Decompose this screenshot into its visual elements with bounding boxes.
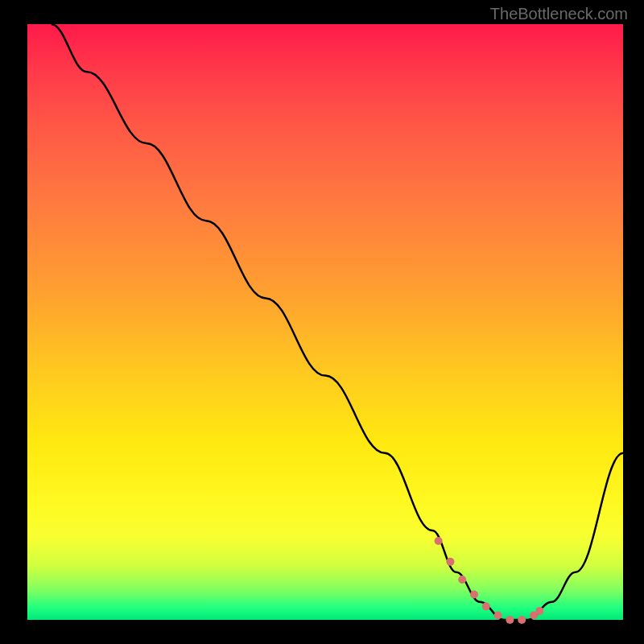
watermark-text: TheBottleneck.com <box>490 5 628 23</box>
optimal-marker <box>470 591 478 599</box>
optimal-marker <box>446 558 454 566</box>
optimal-zone-markers <box>435 537 544 624</box>
bottleneck-curve-line <box>52 24 623 620</box>
optimal-marker <box>506 616 514 624</box>
optimal-marker <box>494 611 502 619</box>
chart-plot-area <box>27 24 623 620</box>
optimal-marker <box>518 616 526 624</box>
optimal-marker <box>435 537 443 545</box>
bottleneck-curve-svg <box>27 24 623 620</box>
optimal-marker <box>535 607 543 615</box>
optimal-marker <box>458 576 466 584</box>
optimal-marker <box>482 602 490 610</box>
